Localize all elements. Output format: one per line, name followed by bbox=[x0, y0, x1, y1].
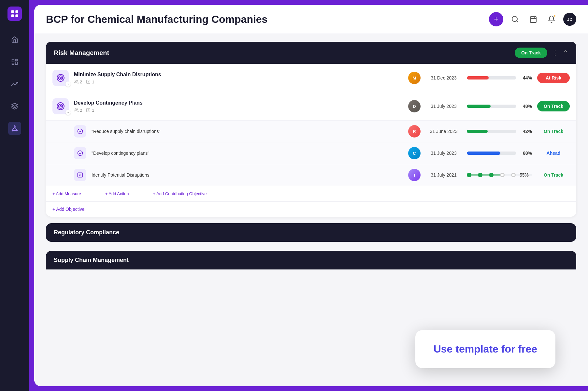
section-header-actions: On Track ⋮ ⌃ bbox=[515, 48, 568, 58]
meta-tasks: 1 bbox=[86, 108, 94, 113]
risk-management-section: Risk Management On Track ⋮ ⌃ ▾ bbox=[46, 42, 576, 217]
sub-objective-icon bbox=[74, 125, 86, 138]
sidebar-logo[interactable] bbox=[7, 7, 22, 21]
sidebar-item-trends[interactable] bbox=[8, 78, 21, 91]
svg-rect-4 bbox=[12, 59, 14, 62]
milestone-dot bbox=[500, 173, 505, 177]
svg-point-29 bbox=[75, 109, 77, 110]
sidebar-item-network[interactable] bbox=[8, 122, 21, 135]
milestone-dots bbox=[467, 173, 516, 177]
avatar: M bbox=[408, 72, 421, 84]
milestone-dot bbox=[467, 173, 471, 177]
avatar: D bbox=[408, 100, 421, 112]
objective-icon-wrap: ▾ bbox=[52, 70, 69, 86]
status-badge: Ahead bbox=[537, 151, 570, 156]
milestone-dot bbox=[489, 173, 494, 177]
page-title: BCP for Chemical Manufacturing Companies bbox=[46, 13, 267, 25]
meta-users: 2 bbox=[74, 108, 82, 113]
user-avatar[interactable]: JD bbox=[563, 13, 576, 26]
status-badge: On Track bbox=[537, 129, 570, 134]
notification-button[interactable] bbox=[545, 13, 558, 26]
add-action-link[interactable]: + Add Action bbox=[105, 191, 129, 196]
cta-container: Use template for free bbox=[415, 330, 555, 368]
sidebar-item-dashboard[interactable] bbox=[8, 55, 21, 68]
status-badge: On Track bbox=[537, 101, 570, 111]
due-date: 31 Dec 2023 bbox=[426, 75, 462, 80]
avatar-initials: R bbox=[408, 125, 421, 138]
add-contributing-link[interactable]: + Add Contributing Objective bbox=[153, 191, 207, 196]
sub-objective-icon bbox=[74, 147, 86, 159]
table-row: "Develop contingency plans" C 31 July 20… bbox=[46, 142, 576, 164]
main-area: BCP for Chemical Manufacturing Companies… bbox=[34, 5, 588, 386]
svg-rect-1 bbox=[15, 10, 18, 13]
table-row: ▾ Develop Contingency Plans 2 1 bbox=[46, 92, 576, 121]
plus-icon: + bbox=[494, 15, 498, 23]
task-list-icon bbox=[77, 172, 83, 178]
avatar-initials: I bbox=[408, 169, 421, 181]
svg-marker-8 bbox=[12, 103, 18, 106]
svg-rect-5 bbox=[15, 59, 17, 61]
users-icon bbox=[74, 108, 79, 112]
svg-rect-7 bbox=[12, 63, 14, 65]
milestone-icon bbox=[77, 150, 83, 156]
expand-chevron[interactable]: ▾ bbox=[65, 81, 71, 87]
add-objective-row: + Add Objective bbox=[46, 201, 576, 217]
avatar: I bbox=[408, 169, 421, 181]
supply-chain-partial: Supply Chain Management bbox=[46, 246, 576, 269]
supply-chain-title: Supply Chain Management bbox=[54, 257, 129, 264]
tasks-icon bbox=[86, 80, 91, 84]
svg-rect-0 bbox=[11, 10, 14, 13]
app-wrapper: BCP for Chemical Manufacturing Companies… bbox=[0, 0, 588, 391]
objective-name: Develop Contingency Plans bbox=[74, 100, 403, 106]
more-options-icon[interactable]: ⋮ bbox=[552, 49, 558, 57]
progress-cell: 55% bbox=[467, 172, 532, 178]
svg-point-22 bbox=[59, 76, 63, 80]
milestone-dot bbox=[478, 173, 482, 177]
sub-objective-name: "Develop contingency plans" bbox=[92, 151, 403, 156]
progress-cell: 68% bbox=[467, 151, 532, 156]
supply-chain-header: Supply Chain Management bbox=[46, 251, 576, 269]
calendar-button[interactable] bbox=[527, 13, 540, 26]
due-date: 31 July 2023 bbox=[426, 151, 462, 156]
objective-info: Develop Contingency Plans 2 1 bbox=[74, 100, 403, 113]
svg-line-13 bbox=[15, 127, 17, 130]
svg-point-24 bbox=[75, 80, 77, 82]
milestone-dot bbox=[511, 173, 516, 177]
sub-objective-icon bbox=[74, 169, 86, 181]
svg-point-32 bbox=[78, 151, 83, 156]
sidebar-item-home[interactable] bbox=[8, 33, 21, 46]
add-measure-link[interactable]: + Add Measure bbox=[52, 191, 81, 196]
cta-text[interactable]: Use template for free bbox=[434, 343, 537, 355]
objective-name: Minimize Supply Chain Disruptions bbox=[74, 72, 403, 78]
risk-management-header: Risk Management On Track ⋮ ⌃ bbox=[46, 42, 576, 64]
header: BCP for Chemical Manufacturing Companies… bbox=[34, 5, 588, 34]
progress-cell: 42% bbox=[467, 129, 532, 134]
sub-objective-name: Identify Potential Disruptions bbox=[92, 172, 403, 178]
progress-bar bbox=[467, 105, 516, 108]
progress-fill bbox=[467, 152, 500, 155]
meta-tasks: 1 bbox=[86, 80, 94, 84]
progress-percent: 68% bbox=[520, 151, 532, 156]
add-objective-link[interactable]: + Add Objective bbox=[52, 207, 84, 212]
svg-rect-6 bbox=[15, 62, 17, 65]
svg-point-27 bbox=[59, 104, 63, 109]
svg-point-23 bbox=[60, 77, 61, 79]
progress-percent: 48% bbox=[520, 104, 532, 109]
due-date: 31 July 2021 bbox=[426, 172, 462, 178]
avatar-initials: C bbox=[408, 147, 421, 159]
avatar: C bbox=[408, 147, 421, 159]
add-button[interactable]: + bbox=[489, 12, 503, 26]
collapse-icon[interactable]: ⌃ bbox=[563, 49, 568, 57]
search-button[interactable] bbox=[509, 13, 522, 26]
progress-cell: 44% bbox=[467, 75, 532, 80]
svg-rect-2 bbox=[11, 14, 14, 17]
expand-chevron[interactable]: ▾ bbox=[65, 110, 71, 115]
progress-cell: 48% bbox=[467, 104, 532, 109]
progress-bar bbox=[467, 152, 516, 155]
objective-info: Minimize Supply Chain Disruptions 2 1 bbox=[74, 72, 403, 84]
risk-management-title: Risk Management bbox=[54, 49, 109, 57]
progress-percent: 42% bbox=[520, 129, 532, 134]
sidebar-item-layers[interactable] bbox=[8, 100, 21, 113]
svg-point-31 bbox=[78, 129, 83, 134]
status-badge: On Track bbox=[537, 172, 570, 178]
